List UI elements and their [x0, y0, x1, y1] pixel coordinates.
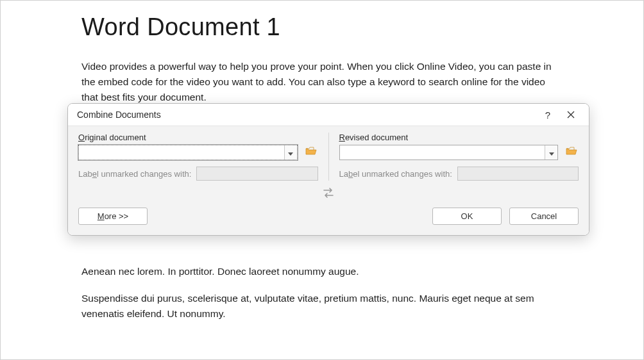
- body-paragraph-1: Video provides a powerful way to help yo…: [81, 59, 563, 105]
- revised-document-input[interactable]: [340, 145, 545, 160]
- revised-browse-button[interactable]: [564, 147, 579, 158]
- folder-open-icon: [566, 147, 577, 158]
- revised-document-label: Revised document: [339, 133, 579, 142]
- dialog-titlebar: Combine Documents ?: [68, 104, 589, 126]
- help-icon: ?: [545, 110, 550, 120]
- more-button[interactable]: More >>: [78, 208, 148, 225]
- ok-button[interactable]: OK: [432, 208, 502, 225]
- close-icon: [567, 110, 575, 120]
- combine-documents-dialog: Combine Documents ? Original document: [67, 103, 589, 236]
- swap-arrows-icon: [322, 190, 335, 200]
- body-paragraph-3: Suspendisse dui purus, scelerisque at, v…: [81, 291, 563, 322]
- dialog-title: Combine Documents: [77, 110, 536, 120]
- body-paragraph-2: Aenean nec lorem. In porttitor. Donec la…: [81, 264, 563, 279]
- revised-document-dropdown-button[interactable]: [545, 145, 557, 160]
- chevron-down-icon: [288, 147, 293, 158]
- original-document-combo[interactable]: [78, 145, 298, 160]
- help-button[interactable]: ?: [536, 106, 559, 124]
- revised-label-changes-input: [457, 167, 579, 181]
- close-button[interactable]: [559, 106, 582, 124]
- revised-document-combo[interactable]: [339, 145, 559, 160]
- original-document-input[interactable]: [79, 145, 284, 160]
- original-document-dropdown-button[interactable]: [284, 145, 297, 160]
- dialog-body: Original document: [68, 126, 589, 235]
- original-label-changes-input: [196, 167, 318, 181]
- original-label-changes-label: Label unmarked changes with:: [78, 169, 191, 179]
- original-browse-button[interactable]: [304, 147, 318, 158]
- swap-documents-button[interactable]: [322, 187, 335, 199]
- cancel-button[interactable]: Cancel: [509, 208, 579, 225]
- original-document-label: Original document: [78, 133, 318, 142]
- revised-document-section: Revised document: [328, 133, 579, 181]
- page-title: Word Document 1: [81, 13, 563, 41]
- revised-label-changes-label: Label unmarked changes with:: [339, 169, 452, 179]
- chevron-down-icon: [549, 147, 554, 158]
- folder-open-icon: [305, 147, 317, 158]
- original-document-section: Original document: [78, 133, 328, 181]
